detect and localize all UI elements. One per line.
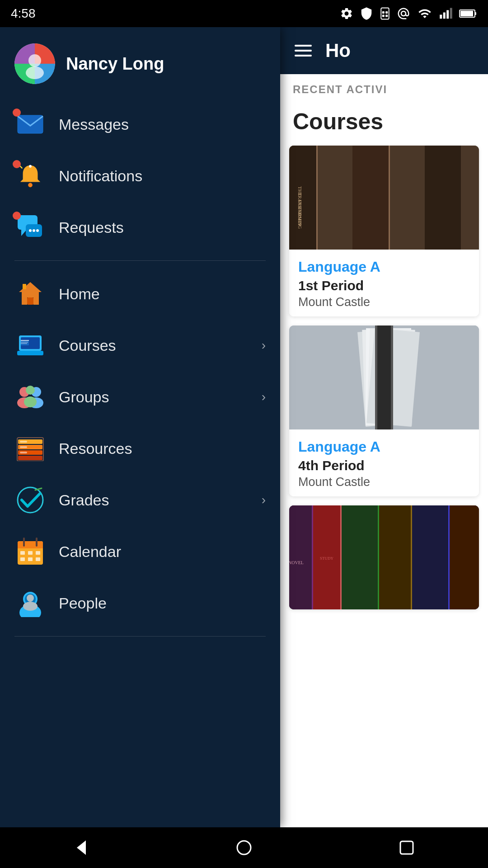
svg-marker-99	[77, 840, 86, 855]
course-card-1[interactable]: THE TRANSFORMING FRIENDSHIP Language A 1…	[289, 146, 479, 316]
hamburger-line-2	[295, 50, 312, 52]
svg-rect-33	[21, 343, 27, 344]
sidebar-item-requests-label: Requests	[59, 219, 266, 236]
sidebar-item-groups-label: Groups	[59, 388, 249, 406]
svg-rect-3	[382, 15, 385, 17]
sim-icon	[380, 7, 390, 20]
back-button[interactable]	[54, 834, 108, 861]
course-card-3[interactable]: NOVEL STUDY	[289, 505, 479, 609]
battery-icon	[459, 7, 477, 20]
wifi-icon	[417, 7, 433, 20]
sidebar-item-people[interactable]: People	[0, 577, 280, 629]
right-header-title: Ho	[325, 40, 351, 61]
svg-rect-26	[27, 297, 33, 305]
profile-name: Nancy Long	[66, 54, 164, 74]
svg-rect-94	[412, 505, 448, 609]
svg-rect-58	[36, 551, 40, 555]
sidebar-item-groups[interactable]: Groups ›	[0, 371, 280, 423]
svg-rect-101	[400, 841, 413, 854]
courses-title: Courses	[293, 109, 383, 134]
sidebar-item-home[interactable]: Home	[0, 268, 280, 320]
sidebar-item-requests[interactable]: Requests	[0, 202, 280, 253]
profile-header: Nancy Long	[0, 27, 280, 99]
course-image-1: THE TRANSFORMING FRIENDSHIP	[289, 146, 479, 250]
svg-rect-48	[20, 452, 27, 453]
sidebar-item-notifications[interactable]: Notifications	[0, 150, 280, 202]
messages-badge	[13, 108, 21, 117]
course-location-2: Mount Castle	[298, 475, 470, 489]
svg-rect-46	[20, 441, 27, 443]
sidebar-item-courses[interactable]: Courses ›	[0, 320, 280, 371]
status-time: 4:58	[11, 6, 36, 21]
svg-point-100	[237, 841, 251, 854]
svg-rect-4	[385, 15, 388, 17]
svg-rect-68	[289, 146, 316, 250]
svg-point-65	[27, 594, 34, 602]
svg-rect-10	[475, 12, 476, 15]
right-panel: Ho RECENT ACTIVI Courses	[280, 27, 488, 827]
svg-rect-96	[450, 505, 479, 609]
at-icon	[397, 7, 410, 20]
svg-point-39	[26, 386, 35, 395]
svg-point-16	[28, 183, 33, 187]
course-period-1: 1st Period	[298, 278, 470, 293]
svg-rect-1	[382, 11, 385, 14]
svg-rect-27	[23, 284, 26, 289]
app-container: Nancy Long Messages	[0, 27, 488, 827]
status-icons	[340, 7, 477, 20]
courses-section: Courses	[280, 101, 488, 138]
svg-rect-86	[289, 505, 312, 609]
people-icon	[14, 587, 46, 619]
svg-rect-47	[20, 446, 27, 448]
nav-divider-2	[14, 636, 266, 637]
svg-rect-15	[18, 115, 43, 133]
hamburger-menu[interactable]	[295, 45, 312, 57]
svg-point-22	[29, 229, 32, 232]
course-title-2[interactable]: Language A	[298, 439, 470, 455]
sidebar-item-grades-label: Grades	[59, 491, 249, 509]
settings-icon	[340, 7, 353, 20]
svg-rect-61	[36, 557, 40, 561]
svg-rect-31	[21, 340, 29, 341]
svg-text:NOVEL: NOVEL	[289, 560, 304, 565]
svg-rect-59	[20, 557, 25, 561]
svg-rect-92	[379, 505, 411, 609]
course-info-2: Language A 4th Period Mount Castle	[289, 429, 479, 496]
svg-rect-8	[450, 8, 452, 19]
status-bar: 4:58	[0, 0, 488, 27]
svg-rect-84	[391, 326, 393, 429]
sidebar-item-messages[interactable]: Messages	[0, 99, 280, 150]
course-image-2	[289, 326, 479, 429]
nav-divider-1	[14, 260, 266, 261]
svg-rect-7	[446, 10, 449, 19]
hamburger-line-3	[295, 55, 312, 57]
home-icon	[14, 278, 46, 310]
home-button[interactable]	[217, 834, 271, 861]
svg-rect-11	[460, 11, 473, 16]
sidebar-item-calendar[interactable]: Calendar	[0, 526, 280, 577]
svg-point-17	[29, 165, 32, 168]
nav-section: Messages Notifications	[0, 99, 280, 827]
bottom-nav	[0, 827, 488, 868]
sidebar-item-people-label: People	[59, 594, 266, 612]
svg-rect-5	[440, 15, 442, 19]
recents-button[interactable]	[380, 834, 434, 861]
hamburger-line-1	[295, 45, 312, 47]
svg-text:STUDY: STUDY	[320, 556, 334, 561]
sidebar-item-resources[interactable]: Resources	[0, 423, 280, 474]
sidebar-item-grades[interactable]: Grades ›	[0, 474, 280, 526]
svg-rect-44	[18, 456, 42, 460]
avatar	[14, 43, 55, 84]
course-card-2[interactable]: Language A 4th Period Mount Castle	[289, 326, 479, 496]
sidebar: Nancy Long Messages	[0, 27, 280, 827]
svg-text:FRIENDSHIP: FRIENDSHIP	[297, 200, 302, 226]
grades-icon	[14, 484, 46, 516]
svg-rect-70	[352, 146, 389, 250]
groups-chevron: ›	[262, 390, 266, 404]
svg-rect-32	[21, 342, 28, 343]
svg-point-14	[26, 66, 44, 79]
svg-rect-71	[389, 146, 390, 250]
svg-rect-69	[316, 146, 318, 250]
svg-rect-89	[340, 505, 342, 609]
course-title-1[interactable]: Language A	[298, 259, 470, 275]
